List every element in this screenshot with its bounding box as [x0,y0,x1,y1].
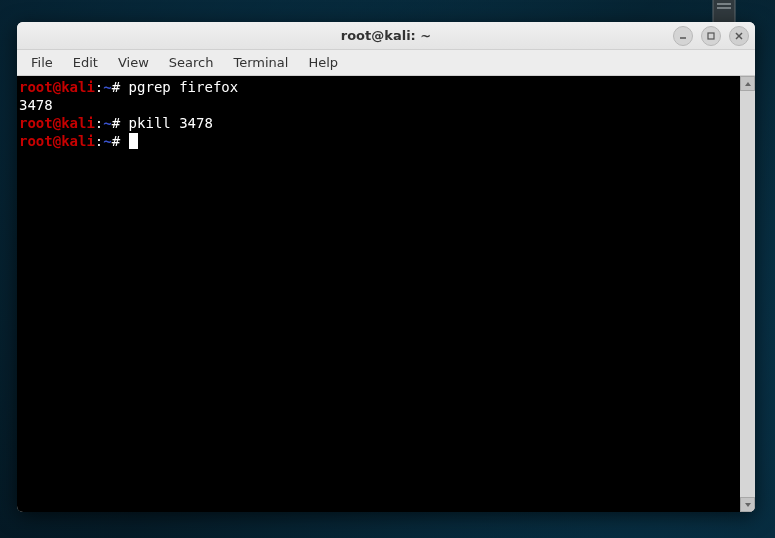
svg-marker-7 [745,82,751,86]
terminal-content[interactable]: root@kali:~# pgrep firefox 3478 root@kal… [17,76,740,512]
scroll-down-button[interactable] [740,497,755,512]
window-controls [673,26,749,46]
close-button[interactable] [729,26,749,46]
terminal-window: root@kali: ~ File Edit View Search Termi… [17,22,755,512]
menu-terminal[interactable]: Terminal [223,51,298,74]
cursor [129,133,138,149]
menu-help[interactable]: Help [298,51,348,74]
svg-rect-2 [717,7,731,9]
svg-rect-1 [717,3,731,5]
scroll-up-button[interactable] [740,76,755,91]
terminal-area: root@kali:~# pgrep firefox 3478 root@kal… [17,76,755,512]
svg-rect-4 [708,33,714,39]
menu-view[interactable]: View [108,51,159,74]
window-title: root@kali: ~ [341,28,431,43]
menu-search[interactable]: Search [159,51,224,74]
minimize-button[interactable] [673,26,693,46]
maximize-button[interactable] [701,26,721,46]
menu-file[interactable]: File [21,51,63,74]
scrollbar[interactable] [740,76,755,512]
titlebar[interactable]: root@kali: ~ [17,22,755,50]
menu-edit[interactable]: Edit [63,51,108,74]
menubar: File Edit View Search Terminal Help [17,50,755,76]
svg-marker-8 [745,503,751,507]
